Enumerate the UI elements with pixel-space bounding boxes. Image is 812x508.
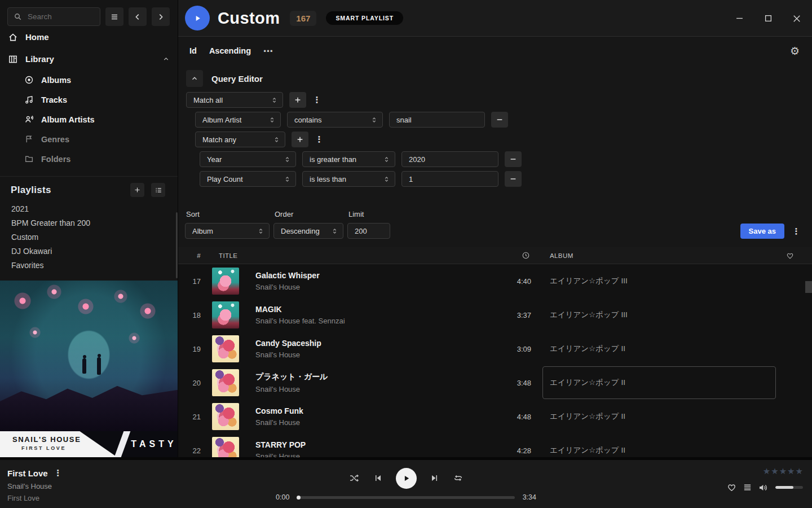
volume-icon[interactable] bbox=[758, 483, 769, 492]
track-number: 18 bbox=[178, 311, 203, 319]
star-icon[interactable]: ★ bbox=[771, 467, 778, 475]
track-album-cell[interactable]: エイリアン☆ポップ III bbox=[531, 264, 776, 298]
track-album-cell[interactable]: エイリアン☆ポップ III bbox=[531, 298, 776, 332]
sidebar-scrollbar-thumb[interactable] bbox=[176, 212, 178, 278]
clock-icon[interactable] bbox=[522, 251, 531, 260]
repeat-button[interactable] bbox=[453, 474, 464, 483]
column-title[interactable]: TITLE bbox=[219, 252, 491, 259]
column-album[interactable]: ALBUM bbox=[531, 252, 776, 259]
search-icon bbox=[14, 12, 22, 21]
rule-field-select[interactable]: Album Artist bbox=[195, 112, 281, 128]
subrule-value-input[interactable] bbox=[401, 171, 498, 187]
playlist-item[interactable]: Custom bbox=[0, 230, 178, 244]
match-type-select[interactable]: Match all bbox=[186, 92, 283, 108]
column-number[interactable]: # bbox=[178, 252, 203, 259]
playlist-item[interactable]: 2021 bbox=[0, 202, 178, 216]
sort-select[interactable]: Album bbox=[185, 223, 270, 239]
group-options-button[interactable]: ⋮ bbox=[312, 95, 321, 105]
now-playing-cover-art[interactable]: SNAIL'S HOUSE FIRST LOVE TASTY bbox=[0, 281, 178, 457]
playlist-item[interactable]: BPM Greater than 200 bbox=[0, 216, 178, 230]
queue-icon[interactable] bbox=[743, 483, 752, 492]
subrule-operator-select[interactable]: is greater than bbox=[302, 151, 395, 167]
table-row[interactable]: 21 Cosmo Funk Snail's House 4:48 エイリアン☆ポ… bbox=[178, 400, 812, 433]
table-row[interactable]: 22 STARRY POP Snail's House 4:28 エイリアン☆ポ… bbox=[178, 433, 812, 457]
remove-subrule-button[interactable] bbox=[505, 151, 522, 167]
sidebar-item-genres[interactable]: Genres bbox=[0, 129, 178, 149]
sidebar-item-label: Album Artists bbox=[41, 115, 95, 124]
unfold-icon bbox=[268, 116, 276, 124]
gear-icon[interactable]: ⚙ bbox=[790, 46, 800, 56]
track-album-cell[interactable]: エイリアン☆ポップ II bbox=[531, 366, 776, 400]
collapse-query-editor-button[interactable] bbox=[186, 70, 203, 87]
rule-operator-select[interactable]: contains bbox=[287, 112, 383, 128]
next-button[interactable] bbox=[430, 474, 439, 483]
minimize-button[interactable] bbox=[732, 11, 747, 26]
rule-value-input[interactable] bbox=[389, 112, 485, 128]
star-icon[interactable]: ★ bbox=[787, 467, 795, 475]
previous-button[interactable] bbox=[373, 474, 382, 483]
chevron-up-icon[interactable] bbox=[162, 55, 170, 63]
now-playing-options-button[interactable]: ⋮ bbox=[54, 468, 63, 478]
limit-input[interactable] bbox=[347, 223, 390, 239]
add-playlist-button[interactable] bbox=[130, 183, 144, 197]
table-row[interactable]: 17 Galactic Whisper Snail's House 4:40 エ… bbox=[178, 264, 812, 298]
track-album-cell[interactable]: エイリアン☆ポップ II bbox=[531, 332, 776, 366]
save-as-button[interactable]: Save as bbox=[740, 224, 784, 239]
play-button[interactable] bbox=[396, 468, 417, 489]
sidebar-item-home[interactable]: Home bbox=[0, 26, 178, 48]
rating-stars[interactable]: ★★★★★ bbox=[727, 467, 803, 475]
subrule-value-input[interactable] bbox=[401, 151, 498, 167]
home-icon bbox=[8, 32, 18, 42]
search-field[interactable] bbox=[27, 12, 89, 21]
shuffle-button[interactable] bbox=[349, 474, 360, 483]
search-input[interactable] bbox=[7, 7, 100, 26]
list-scrollbar-thumb[interactable] bbox=[805, 281, 812, 293]
star-icon[interactable]: ★ bbox=[763, 467, 770, 475]
table-row[interactable]: 20 プラネット・ガール Snail's House 3:48 エイリアン☆ポッ… bbox=[178, 366, 812, 400]
remove-subrule-button[interactable] bbox=[505, 171, 522, 187]
sidebar-item-album-artists[interactable]: Album Artists bbox=[0, 110, 178, 129]
maximize-button[interactable] bbox=[761, 11, 775, 26]
table-row[interactable]: 18 MAGIK Snail's House feat. Sennzai 3:3… bbox=[178, 298, 812, 332]
sort-direction-button[interactable]: Ascending bbox=[209, 46, 251, 55]
close-button[interactable] bbox=[789, 11, 804, 26]
seek-bar[interactable] bbox=[297, 496, 514, 499]
subrule-field-select[interactable]: Year bbox=[200, 151, 296, 167]
star-icon[interactable]: ★ bbox=[779, 467, 787, 475]
forward-button[interactable] bbox=[152, 7, 170, 26]
favorite-button[interactable] bbox=[727, 483, 736, 492]
menu-button[interactable] bbox=[105, 7, 123, 26]
sidebar-item-label: Tracks bbox=[41, 95, 67, 104]
back-button[interactable] bbox=[129, 7, 147, 26]
table-row[interactable]: 19 Candy Spaceship Snail's House 3:09 エイ… bbox=[178, 332, 812, 366]
playlist-item[interactable]: DJ Okawari bbox=[0, 244, 178, 258]
subrule-operator-select[interactable]: is less than bbox=[302, 171, 395, 187]
subrule-field-select[interactable]: Play Count bbox=[200, 171, 296, 187]
subgroup-options-button[interactable]: ⋮ bbox=[315, 134, 324, 144]
playlist-list-button[interactable] bbox=[151, 183, 165, 197]
star-icon[interactable]: ★ bbox=[796, 467, 803, 475]
add-subrule-button[interactable] bbox=[292, 132, 308, 147]
order-select[interactable]: Descending bbox=[273, 223, 343, 239]
sidebar-item-library[interactable]: Library bbox=[0, 48, 178, 70]
save-options-button[interactable]: ⋮ bbox=[792, 226, 801, 237]
heart-icon[interactable] bbox=[776, 252, 812, 260]
sort-field-button[interactable]: Id bbox=[189, 46, 197, 55]
order-label: Order bbox=[275, 210, 343, 218]
add-rule-button[interactable] bbox=[289, 92, 306, 108]
play-playlist-button[interactable] bbox=[185, 6, 210, 30]
track-album-cell[interactable]: エイリアン☆ポップ II bbox=[531, 400, 776, 433]
sidebar-item-label: Home bbox=[25, 32, 49, 42]
more-options-button[interactable]: ⋯ bbox=[263, 45, 273, 57]
volume-slider[interactable] bbox=[775, 486, 803, 489]
track-album-cell[interactable]: エイリアン☆ポップ II bbox=[531, 433, 776, 457]
track-duration: 4:40 bbox=[491, 277, 531, 286]
track-artist: Snail's House feat. Sennzai bbox=[255, 317, 491, 325]
sidebar-item-folders[interactable]: Folders bbox=[0, 149, 178, 169]
remove-rule-button[interactable] bbox=[491, 112, 508, 128]
sidebar-item-albums[interactable]: Albums bbox=[0, 70, 178, 90]
playlist-item[interactable]: Favorites bbox=[0, 258, 178, 272]
sidebar-item-tracks[interactable]: Tracks bbox=[0, 90, 178, 110]
seek-knob[interactable] bbox=[297, 496, 301, 500]
subgroup-match-type-select[interactable]: Match any bbox=[195, 132, 285, 147]
